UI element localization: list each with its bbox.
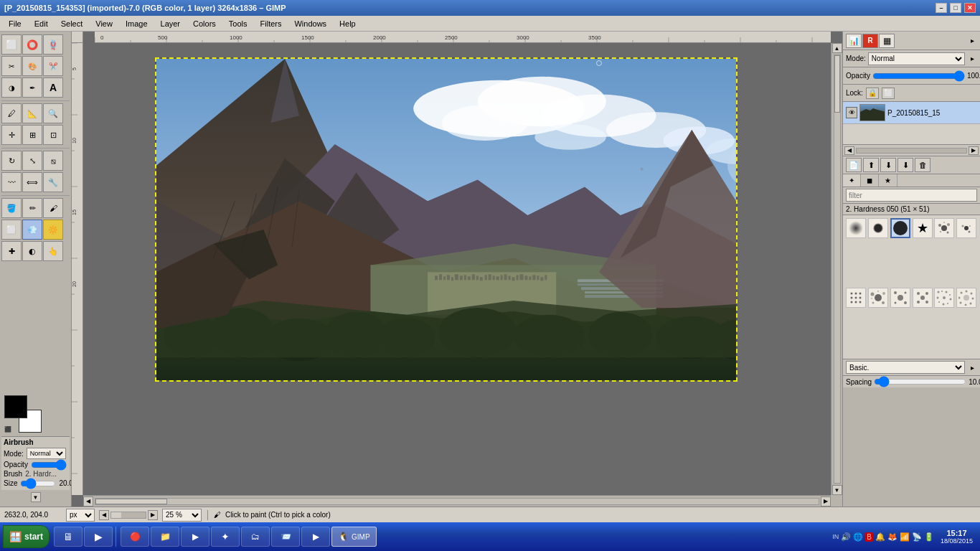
tray-bluetooth[interactable]: 📡	[912, 532, 922, 542]
spacing-slider[interactable]	[874, 377, 966, 386]
tray-battery[interactable]: 🔋	[924, 532, 934, 542]
brush-item-star[interactable]: ★	[913, 218, 933, 238]
tray-network[interactable]: 🌐	[853, 532, 863, 542]
brush-item-large-circle[interactable]	[890, 218, 910, 238]
panel-collapse-icon[interactable]: ▸	[967, 54, 977, 64]
tool-ellipse-select[interactable]: ⭕	[22, 34, 42, 55]
brush-item-splatter2[interactable]	[956, 218, 976, 238]
tool-text[interactable]: A	[43, 77, 63, 98]
zoom-select[interactable]: 25 %50 %100 %200 %	[162, 509, 202, 522]
raise-layer-btn[interactable]: ⬆	[863, 158, 879, 172]
tool-paths[interactable]: ✒	[22, 77, 42, 98]
brush-item-dots[interactable]	[846, 288, 866, 308]
tool-rectangle-select[interactable]: ⬜	[1, 34, 22, 55]
new-layer-btn[interactable]: 📄	[846, 158, 862, 172]
menu-edit[interactable]: Edit	[29, 18, 54, 29]
status-unit-select[interactable]: pxmmcmin	[66, 509, 95, 522]
layers-scroll-left[interactable]: ◀	[844, 146, 854, 155]
airbrush-size-slider[interactable]	[20, 480, 56, 487]
layer-modes-icon[interactable]: ▦	[879, 34, 895, 48]
airbrush-opacity-slider[interactable]	[31, 461, 67, 468]
taskbar-media-player[interactable]: ▶	[84, 527, 113, 547]
tool-free-select[interactable]: 🪢	[43, 34, 63, 55]
brush-item-12[interactable]	[956, 288, 976, 308]
tool-cage[interactable]: 🔧	[43, 172, 63, 192]
tool-measure[interactable]: 📐	[22, 103, 42, 123]
minimize-button[interactable]: –	[936, 3, 947, 13]
brush-collection-select[interactable]: Basic.	[846, 361, 965, 374]
h-scroll-thumb[interactable]	[95, 499, 167, 504]
menu-layer[interactable]: Layer	[155, 18, 187, 29]
fg-bg-colors[interactable]: ⬛	[4, 395, 42, 433]
scroll-up-btn[interactable]: ▲	[832, 43, 842, 53]
lock-alpha-icon[interactable]: ⬜	[882, 88, 895, 99]
clock[interactable]: 15:17 18/08/2015	[936, 529, 977, 545]
nav-left[interactable]: ◀	[99, 510, 109, 520]
layers-scroll-track[interactable]	[856, 148, 967, 154]
tool-color-picker[interactable]: 🖊	[1, 103, 22, 123]
tool-shear[interactable]: ⧅	[43, 151, 63, 171]
red-channel-icon[interactable]: R	[862, 34, 878, 48]
tool-paintbrush[interactable]: 🖌	[43, 198, 63, 218]
tool-align[interactable]: ⊞	[22, 125, 42, 145]
tray-wifi[interactable]: 📶	[900, 532, 910, 542]
menu-help[interactable]: Help	[334, 18, 362, 29]
foreground-color-swatch[interactable]	[4, 395, 27, 418]
tool-airbrush[interactable]: 💨	[22, 220, 42, 240]
lock-pixels-icon[interactable]: 🔒	[866, 88, 879, 99]
close-button[interactable]: ✕	[964, 3, 976, 13]
taskbar-app-opera[interactable]: 🔴	[121, 527, 149, 547]
brush-item-11[interactable]	[934, 288, 954, 308]
v-scroll-thumb[interactable]	[834, 55, 840, 113]
scroll-left-btn[interactable]: ◀	[83, 496, 93, 507]
tray-bell[interactable]: 🔔	[875, 532, 885, 542]
tool-zoom[interactable]: 🔍	[43, 103, 63, 123]
airbrush-mode-select[interactable]: Normal	[27, 448, 66, 459]
tool-dodge-burn[interactable]: ◐	[22, 241, 42, 261]
brush-tab-2[interactable]: ◼	[861, 174, 879, 187]
scroll-right-btn[interactable]: ▶	[821, 496, 831, 507]
taskbar-app-explorer[interactable]: 📁	[151, 527, 179, 547]
scroll-down-btn[interactable]: ▼	[832, 485, 842, 495]
tool-eraser[interactable]: ⬜	[1, 220, 22, 240]
menu-tools[interactable]: Tools	[223, 18, 253, 29]
taskbar-app-media[interactable]: ▶	[181, 527, 209, 547]
brush-tab-active[interactable]: ✦	[843, 174, 861, 187]
panel-menu-icon[interactable]: ▸	[967, 36, 977, 46]
canvas-scroll-area[interactable]	[83, 43, 831, 495]
duplicate-layer-btn[interactable]: ⬇	[897, 158, 913, 172]
brush-menu-icon[interactable]: ▸	[967, 362, 977, 372]
brush-item-9[interactable]	[890, 288, 910, 308]
layers-scroll-right[interactable]: ▶	[969, 146, 979, 155]
menu-windows[interactable]: Windows	[288, 18, 332, 29]
vertical-scrollbar[interactable]: ▲ ▼	[831, 43, 842, 495]
tool-fuzzy-select[interactable]: ✂	[1, 56, 22, 76]
menu-view[interactable]: View	[90, 18, 118, 29]
tool-scissors[interactable]: ✂️	[43, 56, 63, 76]
brush-filter-input[interactable]	[846, 189, 977, 202]
tool-warp[interactable]: 〰	[1, 172, 22, 192]
layer-visibility-eye[interactable]: 👁	[846, 107, 857, 118]
reset-colors-icon[interactable]: ⬛	[4, 426, 11, 433]
tray-sound[interactable]: 🔊	[841, 532, 851, 542]
menu-filters[interactable]: Filters	[255, 18, 288, 29]
toolbar-scroll-down[interactable]: ▼	[31, 492, 41, 502]
tool-flip[interactable]: ⟺	[22, 172, 42, 192]
taskbar-app-email[interactable]: 📨	[271, 527, 300, 547]
brush-item-10[interactable]	[913, 288, 933, 308]
taskbar-app-player2[interactable]: ▶	[301, 527, 330, 547]
tool-foreground-select[interactable]: ◑	[1, 77, 22, 98]
layer-item[interactable]: 👁 P_20150815_15	[843, 102, 980, 124]
tool-clone-stamp[interactable]: 🔆	[43, 220, 63, 240]
tool-scale[interactable]: ⤡	[22, 151, 42, 171]
tool-heal[interactable]: ✚	[1, 241, 22, 261]
layer-opacity-slider[interactable]	[872, 72, 965, 80]
channels-icon[interactable]: 📊	[846, 34, 862, 48]
brush-item-soft[interactable]	[846, 218, 866, 238]
tray-firefox[interactable]: 🦊	[887, 532, 897, 542]
layers-scroll[interactable]: ◀ ▶	[843, 145, 980, 156]
tool-pencil[interactable]: ✏	[22, 198, 42, 218]
taskbar-app-gimp[interactable]: 🐧 GIMP	[331, 527, 377, 547]
tool-smudge[interactable]: 👆	[43, 241, 63, 261]
maximize-button[interactable]: □	[950, 3, 961, 13]
